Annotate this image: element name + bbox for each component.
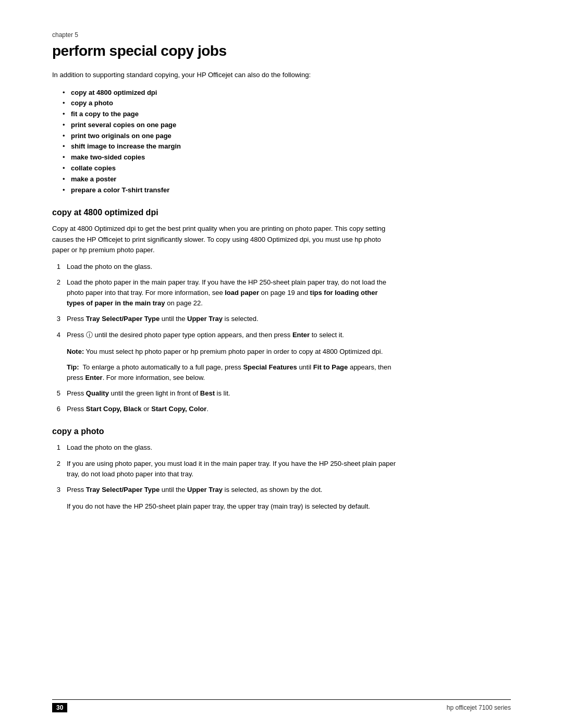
- list-item: fit a copy to the page: [63, 109, 511, 120]
- bullet-list: copy at 4800 optimized dpi copy a photo …: [52, 88, 511, 196]
- step-item: 5 Press Quality until the green light in…: [52, 388, 396, 399]
- bullet-text: copy a photo: [71, 99, 113, 107]
- list-item: print several copies on one page: [63, 120, 511, 131]
- step-item: 3 Press Tray Select/Paper Type until the…: [52, 485, 396, 495]
- section1-intro: Copy at 4800 Optimized dpi to get the be…: [52, 224, 396, 255]
- footer: 30 hp officejet 7100 series: [52, 699, 511, 712]
- bullet-text: prepare a color T-shirt transfer: [71, 186, 169, 194]
- step-item: 1 Load the photo on the glass.: [52, 262, 396, 272]
- chapter-label: chapter 5: [52, 31, 511, 39]
- step-item: 3 Press Tray Select/Paper Type until the…: [52, 314, 396, 324]
- page-title: perform special copy jobs: [52, 43, 511, 59]
- section1-steps2: 5 Press Quality until the green light in…: [52, 388, 511, 414]
- section2-steps: 1 Load the photo on the glass. 2 If you …: [52, 442, 511, 495]
- bullet-text: shift image to increase the margin: [71, 142, 181, 150]
- product-name: hp officejet 7100 series: [447, 704, 511, 711]
- list-item: print two originals on one page: [63, 131, 511, 142]
- page: chapter 5 perform special copy jobs In a…: [0, 0, 563, 728]
- step-item: 4 Press ⓘ until the desired photo paper …: [52, 330, 396, 340]
- bullet-text: collate copies: [71, 164, 116, 172]
- list-item: shift image to increase the margin: [63, 141, 511, 152]
- section2-heading: copy a photo: [52, 427, 511, 436]
- section1-steps: 1 Load the photo on the glass. 2 Load th…: [52, 262, 511, 340]
- step-item: 2 Load the photo paper in the main paper…: [52, 277, 396, 309]
- bullet-text: fit a copy to the page: [71, 110, 139, 118]
- step-item: 2 If you are using photo paper, you must…: [52, 459, 396, 479]
- page-number: 30: [52, 703, 67, 712]
- tip-box: Tip: To enlarge a photo automatically to…: [52, 362, 396, 383]
- step-item: 1 Load the photo on the glass.: [52, 442, 396, 453]
- list-item: make two-sided copies: [63, 152, 511, 163]
- list-item: copy at 4800 optimized dpi: [63, 88, 511, 98]
- list-item: copy a photo: [63, 98, 511, 109]
- section2-extra: If you do not have the HP 250-sheet plai…: [52, 501, 396, 512]
- bullet-text: make two-sided copies: [71, 153, 145, 161]
- bullet-text: print two originals on one page: [71, 132, 172, 140]
- step-item: 6 Press Start Copy, Black or Start Copy,…: [52, 404, 396, 414]
- intro-text: In addition to supporting standard copyi…: [52, 70, 396, 80]
- list-item: collate copies: [63, 163, 511, 174]
- note-box: Note: You must select hp photo paper or …: [52, 347, 396, 357]
- section-4800dpi: copy at 4800 optimized dpi Copy at 4800 …: [52, 208, 511, 414]
- section-copy-photo: copy a photo 1 Load the photo on the gla…: [52, 427, 511, 512]
- section1-heading: copy at 4800 optimized dpi: [52, 208, 511, 217]
- list-item: make a poster: [63, 174, 511, 185]
- list-item: prepare a color T-shirt transfer: [63, 185, 511, 196]
- bullet-text: make a poster: [71, 175, 116, 183]
- bullet-text: copy at 4800 optimized dpi: [71, 89, 157, 96]
- bullet-text: print several copies on one page: [71, 121, 176, 129]
